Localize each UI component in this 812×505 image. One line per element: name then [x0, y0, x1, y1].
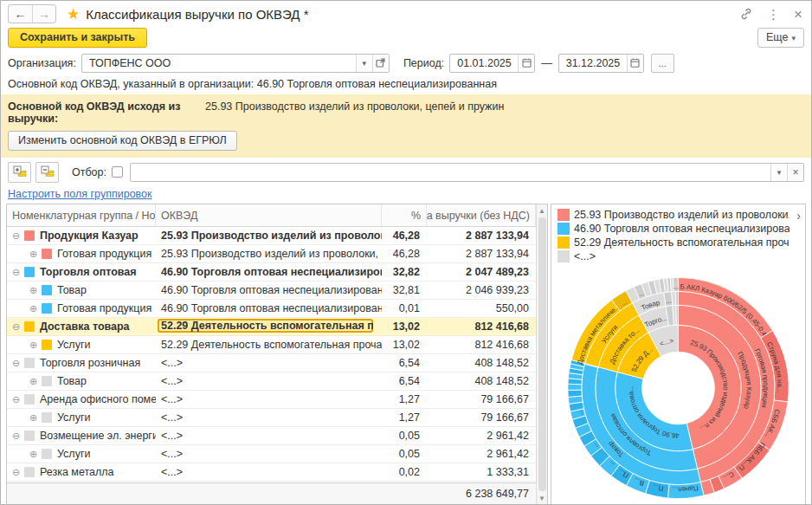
percent-cell[interactable]: 6,54	[382, 375, 427, 387]
table-row[interactable]: ⊕Услуги52.29 Деятельность вспомогательна…	[7, 336, 536, 354]
amount-cell[interactable]: 2 046 939,23	[427, 284, 536, 296]
amount-cell[interactable]: 812 416,68	[427, 320, 536, 333]
column-header[interactable]: Сумма выручки (без НДС)	[427, 204, 536, 226]
selection-checkbox[interactable]	[112, 166, 123, 178]
percent-cell[interactable]: 6,54	[382, 357, 427, 369]
okved-cell[interactable]: 52.29 Деятельность вспомогательная проча…	[156, 339, 382, 351]
selection-clear-icon[interactable]: ×	[787, 164, 803, 181]
period-to-field[interactable]: 31.12.2025	[558, 54, 644, 73]
organization-open-icon[interactable]	[372, 55, 389, 72]
percent-cell[interactable]: 1,27	[382, 411, 427, 424]
percent-cell[interactable]: 32,81	[382, 284, 427, 296]
table-row[interactable]: ⊖Аренда офисного помещ...<...>1,2779 166…	[7, 391, 536, 409]
okved-cell[interactable]: 25.93 Производство изделий из проволоки,…	[156, 230, 382, 242]
scroll-down-icon[interactable]: ▼	[538, 492, 545, 504]
collapse-node-icon[interactable]: ⊖	[10, 267, 22, 278]
okved-cell[interactable]: <...>	[156, 466, 382, 478]
expand-node-icon[interactable]: ⊕	[28, 285, 39, 296]
calendar-icon[interactable]	[627, 55, 643, 72]
percent-cell[interactable]: 46,28	[382, 230, 427, 242]
table-row[interactable]: ⊖Торговля розничная<...>6,54408 148,52	[7, 354, 536, 372]
organization-dropdown-icon[interactable]: ▾	[356, 55, 372, 72]
okved-cell[interactable]: <...>	[156, 375, 382, 387]
amount-cell[interactable]: 2 887 133,94	[427, 230, 536, 242]
percent-cell[interactable]: 0,02	[382, 466, 427, 478]
table-row[interactable]: ⊖Возмещение эл. энергии<...>0,052 961,42	[7, 427, 536, 445]
table-row[interactable]: ⊕Готовая продукция46.90 Торговля оптовая…	[7, 300, 536, 318]
amount-cell[interactable]: 2 887 133,94	[427, 248, 536, 260]
collapse-node-icon[interactable]: ⊖	[10, 321, 22, 333]
expand-node-icon[interactable]: ⊕	[28, 412, 39, 424]
column-header[interactable]: Номенклатурная группа / Номен...	[7, 204, 156, 226]
okved-cell[interactable]: <...>	[156, 448, 382, 460]
okved-cell[interactable]: 25.93 Производство изделий из проволоки,…	[156, 248, 382, 260]
amount-cell[interactable]: 408 148,52	[427, 357, 536, 369]
okved-cell[interactable]: 52.29 Деятельность вспомогательная проча…	[156, 319, 382, 335]
period-options-button[interactable]: ...	[651, 54, 674, 73]
amount-cell[interactable]: 2 961,42	[427, 430, 536, 442]
okved-cell[interactable]: <...>	[156, 411, 382, 424]
sunburst-segment[interactable]	[676, 305, 679, 325]
okved-cell[interactable]: <...>	[156, 357, 382, 369]
expand-node-icon[interactable]: ⊕	[28, 449, 39, 460]
okved-cell-focused[interactable]: 52.29 Деятельность вспомогательная проча…	[158, 319, 373, 333]
table-row[interactable]: ⊕Услуги<...>0,052 961,42	[7, 445, 536, 463]
column-header[interactable]: %	[382, 204, 427, 226]
sunburst-segment[interactable]	[568, 384, 582, 390]
scrollbar-thumb[interactable]	[538, 217, 546, 491]
change-okved-button[interactable]: Изменить основной код ОКВЭД в ЕГРЮЛ	[8, 131, 237, 151]
more-button[interactable]: Еще▾	[757, 28, 804, 48]
scroll-up-icon[interactable]: ▲	[538, 204, 545, 217]
collapse-all-icon[interactable]	[35, 162, 59, 183]
chart-expand-chevron-icon[interactable]: ›	[796, 210, 801, 222]
amount-cell[interactable]: 408 148,52	[427, 375, 536, 387]
expand-node-icon[interactable]: ⊕	[28, 303, 39, 314]
expand-node-icon[interactable]: ⊕	[28, 340, 39, 351]
back-button[interactable]: ←	[9, 5, 32, 23]
amount-cell[interactable]: 79 166,67	[427, 393, 536, 405]
sunburst-segment[interactable]	[568, 390, 582, 397]
table-scrollbar[interactable]: ▲ ▼	[536, 204, 547, 504]
amount-cell[interactable]: 2 047 489,23	[427, 266, 536, 278]
organization-field[interactable]: ТОПФЕНС ООО ▾	[81, 54, 390, 73]
expand-node-icon[interactable]: ⊕	[28, 376, 39, 387]
expand-all-icon[interactable]	[8, 162, 31, 183]
table-row[interactable]: ⊕Готовая продукция25.93 Производство изд…	[7, 245, 536, 263]
collapse-node-icon[interactable]: ⊖	[10, 230, 22, 242]
amount-cell[interactable]: 1 333,31	[427, 466, 536, 478]
expand-node-icon[interactable]: ⊕	[28, 249, 39, 260]
menu-kebab-icon[interactable]: ⋮	[767, 8, 780, 21]
collapse-node-icon[interactable]: ⊖	[10, 431, 22, 442]
forward-button[interactable]: →	[32, 5, 55, 23]
table-row[interactable]: ⊕Услуги<...>1,2779 166,67	[7, 409, 536, 427]
percent-cell[interactable]: 13,02	[382, 320, 427, 333]
percent-cell[interactable]: 13,02	[382, 339, 427, 351]
collapse-node-icon[interactable]: ⊖	[10, 394, 22, 405]
amount-cell[interactable]: 550,00	[427, 302, 536, 314]
selection-input[interactable]: ▾ ×	[130, 163, 804, 182]
table-row[interactable]: ⊖Доставка товара52.29 Деятельность вспом…	[7, 318, 536, 336]
percent-cell[interactable]: 1,27	[382, 393, 427, 405]
table-row[interactable]: ⊖Торговля оптовая46.90 Торговля оптовая …	[7, 263, 536, 282]
amount-cell[interactable]: 812 416,68	[427, 339, 536, 351]
percent-cell[interactable]: 0,05	[382, 430, 427, 442]
period-from-field[interactable]: 01.01.2025	[449, 54, 535, 73]
okved-cell[interactable]: <...>	[156, 393, 382, 405]
percent-cell[interactable]: 0,01	[382, 302, 427, 314]
sunburst-segment[interactable]	[675, 291, 678, 305]
table-row[interactable]: ⊖Резка металла<...>0,021 333,31	[7, 463, 536, 482]
okved-cell[interactable]: 46.90 Торговля оптовая неспециализирован…	[156, 302, 382, 314]
calendar-icon[interactable]	[518, 55, 534, 72]
okved-cell[interactable]: 46.90 Торговля оптовая неспециализирован…	[156, 284, 382, 296]
table-row[interactable]: ⊕Товар<...>6,54408 148,52	[7, 372, 536, 391]
column-header[interactable]: ОКВЭД	[156, 204, 382, 226]
okved-cell[interactable]: <...>	[156, 430, 382, 442]
configure-grouping-link[interactable]: Настроить поля группировок	[8, 188, 152, 200]
selection-dropdown-icon[interactable]: ▾	[770, 164, 787, 181]
sunburst-chart[interactable]: 25.93 Производство изделий из п...46.90 …	[551, 275, 805, 504]
get-link-icon[interactable]	[739, 7, 753, 21]
favorite-star-icon[interactable]: ★	[67, 5, 80, 23]
collapse-node-icon[interactable]: ⊖	[10, 467, 22, 478]
amount-cell[interactable]: 2 961,42	[427, 448, 536, 460]
amount-cell[interactable]: 79 166,67	[427, 411, 536, 424]
